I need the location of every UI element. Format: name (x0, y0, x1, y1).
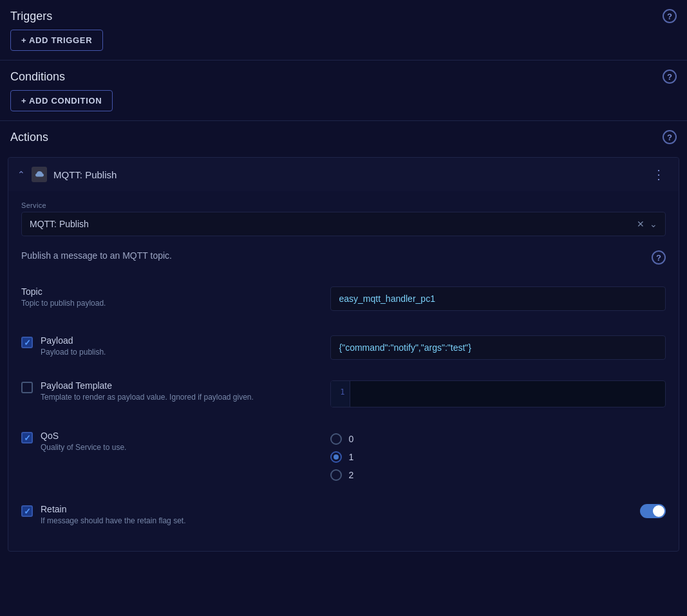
action-description: Publish a message to an MQTT topic. (21, 250, 172, 261)
add-trigger-button[interactable]: + ADD TRIGGER (10, 30, 103, 51)
payload-label-area: Payload Payload to publish. (41, 335, 106, 357)
qos-label-2: 2 (348, 470, 353, 480)
qos-field-row: ✓ QoS Quality of Service to use. 0 (21, 425, 666, 489)
chevron-down-icon[interactable]: ⌄ (650, 219, 657, 229)
retain-checkbox[interactable]: ✓ (21, 505, 33, 517)
action-menu-button[interactable]: ⋮ (648, 165, 670, 183)
retain-toggle[interactable] (640, 504, 666, 518)
action-card-title: MQTT: Publish (53, 169, 117, 180)
payload-input[interactable] (330, 335, 666, 360)
qos-radio-2[interactable] (330, 469, 342, 481)
payload-template-field-left: Payload Template Template to render as p… (21, 380, 311, 402)
line-numbers: 1 (331, 381, 350, 407)
actions-section: Actions ? ⌃ MQTT: Publish ⋮ Service (0, 121, 687, 552)
actions-header: Actions ? (0, 121, 687, 151)
triggers-section: Triggers ? + ADD TRIGGER (0, 0, 687, 60)
retain-toggle-area (550, 504, 666, 518)
collapse-chevron-icon[interactable]: ⌃ (17, 169, 25, 180)
qos-checkbox[interactable]: ✓ (21, 432, 33, 443)
payload-template-input[interactable] (350, 381, 665, 407)
payload-template-field-row: Payload Template Template to render as p… (21, 375, 666, 413)
qos-label-area: QoS Quality of Service to use. (41, 431, 126, 452)
topic-desc: Topic to publish payload. (21, 299, 311, 308)
payload-field-left: ✓ Payload Payload to publish. (21, 335, 311, 357)
qos-radio-group: 0 1 2 (330, 431, 666, 483)
triggers-title: Triggers (10, 10, 52, 23)
service-value: MQTT: Publish (30, 219, 89, 229)
payload-template-field-right: 1 (330, 380, 666, 407)
retain-label-area: Retain If message should have the retain… (41, 504, 185, 525)
service-label: Service (21, 201, 666, 209)
action-card: ⌃ MQTT: Publish ⋮ Service MQTT: Publish … (8, 157, 679, 552)
payload-label: Payload (41, 335, 106, 346)
conditions-section: Conditions ? + ADD CONDITION (0, 61, 687, 120)
qos-field-left: ✓ QoS Quality of Service to use. (21, 431, 311, 452)
clear-icon[interactable]: ✕ (637, 219, 645, 229)
retain-check-icon: ✓ (24, 507, 31, 516)
conditions-header: Conditions ? (0, 61, 687, 90)
qos-desc: Quality of Service to use. (41, 443, 126, 452)
qos-field-right: 0 1 2 (330, 431, 666, 483)
retain-field-row: ✓ Retain If message should have the reta… (21, 499, 666, 530)
topic-field-row: Topic Topic to publish payload. (21, 280, 666, 317)
payload-checkbox[interactable]: ✓ (21, 337, 33, 348)
payload-field-right (330, 335, 666, 360)
payload-template-label-area: Payload Template Template to render as p… (41, 380, 254, 402)
payload-check-icon: ✓ (24, 338, 31, 348)
topic-label: Topic (21, 286, 311, 297)
action-card-body: Service MQTT: Publish ✕ ⌄ Publish a mess… (8, 191, 679, 551)
topic-field-left: Topic Topic to publish payload. (21, 286, 311, 308)
code-editor-inner: 1 (331, 381, 665, 407)
qos-option-0[interactable]: 0 (330, 433, 666, 445)
qos-option-1[interactable]: 1 (330, 451, 666, 463)
qos-check-icon: ✓ (24, 433, 31, 443)
payload-desc: Payload to publish. (41, 348, 106, 357)
action-card-title-area: ⌃ MQTT: Publish (17, 167, 117, 182)
payload-template-desc: Template to render as payload value. Ign… (41, 393, 254, 402)
payload-template-checkbox[interactable] (21, 382, 33, 393)
topic-field-right (330, 286, 666, 311)
qos-label-1: 1 (348, 452, 353, 462)
qos-option-2[interactable]: 2 (330, 469, 666, 481)
actions-title: Actions (10, 131, 48, 144)
payload-field-row: ✓ Payload Payload to publish. (21, 330, 666, 365)
service-select-icons: ✕ ⌄ (637, 219, 657, 229)
actions-help-icon[interactable]: ? (663, 130, 677, 144)
qos-label-0: 0 (348, 434, 353, 444)
service-field: Service MQTT: Publish ✕ ⌄ (21, 201, 666, 236)
action-card-header: ⌃ MQTT: Publish ⋮ (8, 158, 679, 191)
topic-input[interactable] (330, 286, 666, 311)
retain-field-left: ✓ Retain If message should have the reta… (21, 504, 537, 525)
description-row: Publish a message to an MQTT topic. ? (21, 248, 666, 267)
retain-label: Retain (41, 504, 185, 514)
add-condition-button[interactable]: + ADD CONDITION (10, 90, 113, 111)
mqtt-cloud-icon (32, 167, 47, 182)
retain-desc: If message should have the retain flag s… (41, 516, 185, 525)
action-description-help-icon[interactable]: ? (652, 250, 666, 265)
qos-radio-1-inner (334, 454, 339, 460)
triggers-help-icon[interactable]: ? (663, 9, 677, 23)
service-select[interactable]: MQTT: Publish ✕ ⌄ (21, 212, 666, 236)
triggers-header: Triggers ? (0, 0, 687, 30)
payload-template-label: Payload Template (41, 380, 254, 391)
payload-template-editor: 1 (330, 380, 666, 407)
qos-radio-1[interactable] (330, 451, 342, 463)
conditions-title: Conditions (10, 70, 65, 84)
retain-toggle-knob (653, 505, 664, 517)
qos-label: QoS (41, 431, 126, 441)
conditions-help-icon[interactable]: ? (663, 70, 677, 84)
qos-radio-0[interactable] (330, 433, 342, 445)
